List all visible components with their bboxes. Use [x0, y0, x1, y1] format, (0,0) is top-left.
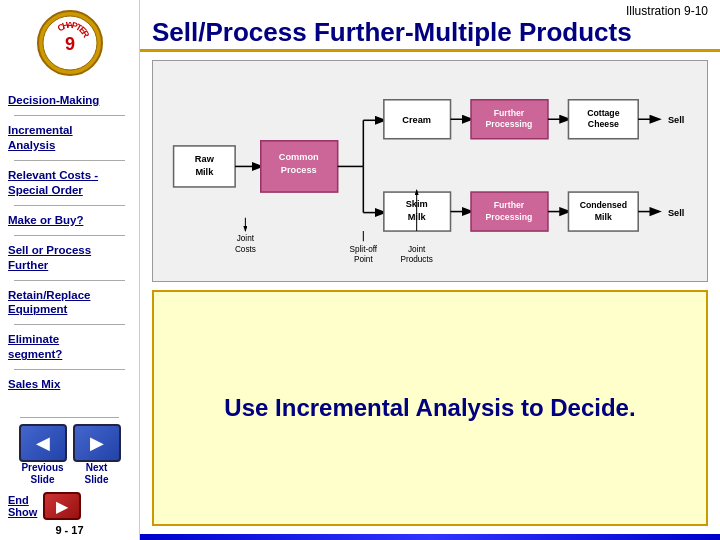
nav-divider-3 — [14, 205, 125, 206]
svg-text:Joint: Joint — [237, 234, 255, 243]
svg-text:Sell: Sell — [668, 115, 684, 125]
nav-buttons-row: ◀ Previous Slide ▶ Next Slide — [8, 424, 131, 486]
main-content: Illustration 9-10 Sell/Process Further-M… — [140, 0, 720, 540]
svg-text:Processing: Processing — [486, 211, 533, 221]
previous-slide-button[interactable]: ◀ — [19, 424, 67, 462]
sidebar-item-sell-or-process[interactable]: Sell or Process Further — [0, 240, 139, 276]
svg-text:Further: Further — [494, 200, 525, 210]
end-show-row: End Show ▶ — [8, 492, 131, 520]
main-text: Use Incremental Analysis to Decide. — [224, 394, 635, 422]
svg-text:Condensed: Condensed — [580, 200, 627, 210]
svg-text:Cream: Cream — [402, 115, 431, 125]
next-slide-group: ▶ Next Slide — [73, 424, 121, 486]
sidebar-item-sales-mix[interactable]: Sales Mix — [0, 374, 139, 395]
svg-text:Sell: Sell — [668, 207, 684, 217]
next-slide-button[interactable]: ▶ — [73, 424, 121, 462]
end-show-button[interactable]: ▶ — [43, 492, 81, 520]
svg-text:Cheese: Cheese — [588, 119, 619, 129]
chapter-logo: C H A P T E R 9 — [0, 8, 139, 86]
next-slide-label: Next Slide — [85, 462, 109, 486]
svg-text:Common: Common — [279, 152, 319, 162]
end-show-label: End Show — [8, 494, 37, 518]
nav-divider-7 — [14, 369, 125, 370]
svg-text:Milk: Milk — [595, 211, 612, 221]
svg-text:Split-off: Split-off — [350, 244, 378, 253]
slide-counter: 9 - 17 — [8, 524, 131, 536]
svg-text:Further: Further — [494, 108, 525, 118]
sidebar-item-make-or-buy[interactable]: Make or Buy? — [0, 210, 139, 231]
nav-divider-2 — [14, 160, 125, 161]
sidebar-item-relevant-costs[interactable]: Relevant Costs - Special Order — [0, 165, 139, 201]
nav-divider-5 — [14, 280, 125, 281]
svg-text:Raw: Raw — [195, 154, 215, 164]
sidebar-item-incremental-analysis[interactable]: Incremental Analysis — [0, 120, 139, 156]
svg-text:Point: Point — [354, 254, 373, 263]
sidebar-item-retain-replace[interactable]: Retain/Replace Equipment — [0, 285, 139, 321]
nav-divider-6 — [14, 324, 125, 325]
svg-text:Products: Products — [401, 254, 433, 263]
previous-slide-group: ◀ Previous Slide — [19, 424, 67, 486]
diagram-box: Raw Milk Common Process Cream — [152, 60, 708, 282]
nav-divider-bottom — [20, 417, 118, 418]
nav-divider-1 — [14, 115, 125, 116]
sidebar-item-decision-making[interactable]: Decision-Making — [0, 90, 139, 111]
nav-divider-4 — [14, 235, 125, 236]
main-header: Illustration 9-10 Sell/Process Further-M… — [140, 0, 720, 52]
svg-text:Milk: Milk — [195, 166, 214, 176]
svg-text:9: 9 — [64, 34, 74, 54]
bottom-bar — [140, 534, 720, 540]
svg-text:Process: Process — [281, 164, 317, 174]
sidebar-item-eliminate-segment[interactable]: Eliminate segment? — [0, 329, 139, 365]
illustration-label: Illustration 9-10 — [152, 4, 708, 18]
sidebar: C H A P T E R 9 Decision-Making Incremen… — [0, 0, 140, 540]
main-text-box: Use Incremental Analysis to Decide. — [152, 290, 708, 526]
content-area: Raw Milk Common Process Cream — [140, 52, 720, 534]
svg-text:Cottage: Cottage — [587, 108, 620, 118]
process-diagram: Raw Milk Common Process Cream — [161, 69, 699, 269]
slide-title: Sell/Process Further-Multiple Products — [152, 18, 708, 47]
nav-controls: ◀ Previous Slide ▶ Next Slide End Show ▶… — [0, 407, 139, 540]
svg-text:Joint: Joint — [408, 244, 426, 253]
svg-text:Processing: Processing — [486, 119, 533, 129]
previous-slide-label: Previous Slide — [21, 462, 63, 486]
svg-text:Costs: Costs — [235, 244, 256, 253]
